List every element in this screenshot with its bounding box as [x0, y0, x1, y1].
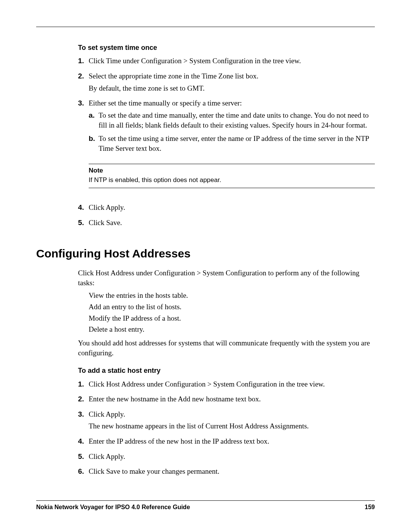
- intro-paragraph: Click Host Address under Configuration >…: [78, 268, 375, 288]
- substep-item: b. To set the time using a time server, …: [89, 134, 375, 153]
- bullet-item: Add an entry to the list of hosts.: [89, 302, 375, 312]
- step-marker: 5.: [78, 218, 89, 230]
- step-body: Select the appropriate time zone in the …: [89, 71, 375, 95]
- steps-list: 1. Click Time under Configuration > Syst…: [78, 56, 375, 157]
- step-body: Click Apply.: [89, 452, 375, 464]
- section-heading: Configuring Host Addresses: [36, 246, 375, 262]
- step-text: Enter the IP address of the new host in …: [89, 436, 375, 446]
- step-body: Click Apply. The new hostname appears in…: [89, 409, 375, 433]
- step-text: Click Save.: [89, 218, 375, 228]
- step-marker: 2.: [78, 71, 89, 95]
- outro-paragraph: You should add host addresses for system…: [78, 338, 375, 358]
- step-text: Click Apply.: [89, 203, 375, 212]
- step-item: 1. Click Time under Configuration > Syst…: [78, 56, 375, 68]
- step-text: Click Host Address under Configuration >…: [89, 379, 375, 389]
- substep-item: a. To set the date and time manually, en…: [89, 110, 375, 130]
- footer-rule: [36, 500, 375, 501]
- step-text: Click Apply.: [89, 409, 375, 419]
- step-marker: 2.: [78, 394, 89, 406]
- step-text: Select the appropriate time zone in the …: [89, 71, 375, 81]
- footer: Nokia Network Voyager for IPSO 4.0 Refer…: [36, 500, 375, 511]
- step-item: 1. Click Host Address under Configuratio…: [78, 379, 375, 391]
- step-body: Enter the IP address of the new host in …: [89, 436, 375, 449]
- step-item: 3. Click Apply. The new hostname appears…: [78, 409, 375, 433]
- substep-marker: a.: [89, 110, 99, 130]
- step-item: 6. Click Save to make your changes perma…: [78, 466, 375, 479]
- step-text: Either set the time manually or specify …: [89, 98, 375, 108]
- step-extra: By default, the time zone is set to GMT.: [89, 83, 375, 93]
- step-item: 5. Click Save.: [78, 218, 375, 230]
- step-item: 2. Enter the new hostname in the Add new…: [78, 394, 375, 406]
- step-item: 3. Either set the time manually or speci…: [78, 98, 375, 157]
- step-item: 4. Click Apply.: [78, 203, 375, 215]
- substep-body: To set the time using a time server, ent…: [99, 134, 375, 153]
- section-set-time: To set system time once 1. Click Time un…: [78, 43, 375, 230]
- step-body: Click Time under Configuration > System …: [89, 56, 375, 68]
- spacer: [78, 195, 375, 203]
- step-body: Click Host Address under Configuration >…: [89, 379, 375, 391]
- step-marker: 1.: [78, 56, 89, 68]
- subsection-title: To add a static host entry: [78, 366, 375, 375]
- step-body: Either set the time manually or specify …: [89, 98, 375, 157]
- step-text: Click Time under Configuration > System …: [89, 56, 375, 66]
- footer-title: Nokia Network Voyager for IPSO 4.0 Refer…: [36, 503, 190, 511]
- footer-row: Nokia Network Voyager for IPSO 4.0 Refer…: [36, 503, 375, 511]
- step-body: Enter the new hostname in the Add new ho…: [89, 394, 375, 406]
- section-host-addresses: Click Host Address under Configuration >…: [78, 268, 375, 479]
- step-marker: 5.: [78, 452, 89, 464]
- page-number: 159: [365, 503, 375, 511]
- step-marker: 3.: [78, 98, 89, 157]
- step-text: Click Apply.: [89, 452, 375, 462]
- step-text: Click Save to make your changes permanen…: [89, 466, 375, 476]
- step-body: Click Save.: [89, 218, 375, 230]
- step-extra: The new hostname appears in the list of …: [89, 421, 375, 431]
- step-text: Enter the new hostname in the Add new ho…: [89, 394, 375, 404]
- bullet-item: View the entries in the hosts table.: [89, 291, 375, 300]
- step-item: 2. Select the appropriate time zone in t…: [78, 71, 375, 95]
- step-marker: 4.: [78, 203, 89, 215]
- step-marker: 3.: [78, 409, 89, 433]
- step-body: Click Save to make your changes permanen…: [89, 466, 375, 479]
- document-page: To set system time once 1. Click Time un…: [0, 0, 411, 532]
- note-text: If NTP is enabled, this option does not …: [89, 176, 375, 185]
- step-marker: 6.: [78, 466, 89, 479]
- step-item: 5. Click Apply.: [78, 452, 375, 464]
- step-item: 4. Enter the IP address of the new host …: [78, 436, 375, 449]
- step-marker: 4.: [78, 436, 89, 449]
- substep-body: To set the date and time manually, enter…: [99, 110, 375, 130]
- step-body: Click Apply.: [89, 203, 375, 215]
- steps-list-2: 1. Click Host Address under Configuratio…: [78, 379, 375, 479]
- substep-marker: b.: [89, 134, 99, 153]
- task-bullets: View the entries in the hosts table. Add…: [78, 291, 375, 334]
- top-rule: [36, 27, 375, 27]
- bullet-item: Modify the IP address of a host.: [89, 313, 375, 323]
- steps-list-cont: 4. Click Apply. 5. Click Save.: [78, 203, 375, 230]
- substeps-list: a. To set the date and time manually, en…: [89, 110, 375, 153]
- note-block: Note If NTP is enabled, this option does…: [89, 164, 375, 188]
- subsection-title: To set system time once: [78, 43, 375, 52]
- bullet-item: Delete a host entry.: [89, 324, 375, 334]
- step-marker: 1.: [78, 379, 89, 391]
- note-label: Note: [89, 166, 375, 175]
